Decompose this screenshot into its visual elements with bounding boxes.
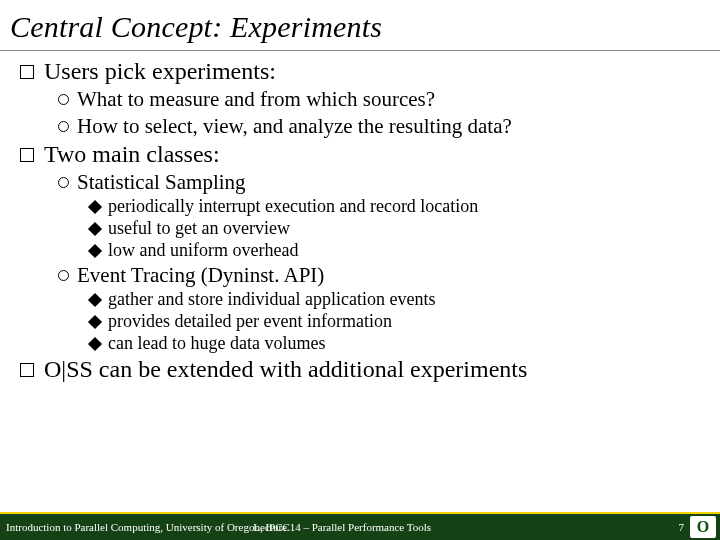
footer-left: Introduction to Parallel Computing, Univ… bbox=[0, 521, 290, 533]
circle-bullet-icon bbox=[58, 177, 69, 188]
slide: Central Concept: Experiments Users pick … bbox=[0, 0, 720, 540]
bullet-l3: gather and store individual application … bbox=[20, 289, 720, 310]
bullet-text: O|SS can be extended with additional exp… bbox=[44, 356, 527, 383]
footer-page-number: 7 bbox=[679, 521, 685, 533]
square-bullet-icon bbox=[20, 148, 34, 162]
diamond-bullet-icon bbox=[88, 293, 102, 307]
bullet-text: Event Tracing (Dyninst. API) bbox=[77, 263, 324, 288]
bullet-text: useful to get an overview bbox=[108, 218, 290, 239]
footer-center: Lecture 14 – Parallel Performance Tools bbox=[253, 521, 431, 533]
square-bullet-icon bbox=[20, 65, 34, 79]
bullet-l3: useful to get an overview bbox=[20, 218, 720, 239]
footer-stripe bbox=[0, 512, 720, 514]
circle-bullet-icon bbox=[58, 121, 69, 132]
bullet-text: What to measure and from which sources? bbox=[77, 87, 435, 112]
diamond-bullet-icon bbox=[88, 222, 102, 236]
bullet-text: low and uniform overhead bbox=[108, 240, 298, 261]
bullet-l3: periodically interrupt execution and rec… bbox=[20, 196, 720, 217]
bullet-l2: How to select, view, and analyze the res… bbox=[20, 114, 720, 139]
bullet-text: Statistical Sampling bbox=[77, 170, 246, 195]
uo-logo-o: O bbox=[697, 518, 709, 536]
bullet-l3: can lead to huge data volumes bbox=[20, 333, 720, 354]
bullet-l2: Statistical Sampling bbox=[20, 170, 720, 195]
bullet-l2: Event Tracing (Dyninst. API) bbox=[20, 263, 720, 288]
bullet-text: gather and store individual application … bbox=[108, 289, 435, 310]
square-bullet-icon bbox=[20, 363, 34, 377]
circle-bullet-icon bbox=[58, 94, 69, 105]
bullet-text: Users pick experiments: bbox=[44, 58, 276, 85]
bullet-l3: provides detailed per event information bbox=[20, 311, 720, 332]
circle-bullet-icon bbox=[58, 270, 69, 281]
slide-title: Central Concept: Experiments bbox=[0, 0, 720, 44]
slide-body: Users pick experiments: What to measure … bbox=[0, 44, 720, 383]
footer-bar: Introduction to Parallel Computing, Univ… bbox=[0, 514, 720, 540]
bullet-text: How to select, view, and analyze the res… bbox=[77, 114, 512, 139]
title-rule bbox=[0, 50, 720, 51]
bullet-text: can lead to huge data volumes bbox=[108, 333, 325, 354]
bullet-text: provides detailed per event information bbox=[108, 311, 392, 332]
bullet-text: Two main classes: bbox=[44, 141, 220, 168]
bullet-l2: What to measure and from which sources? bbox=[20, 87, 720, 112]
bullet-l3: low and uniform overhead bbox=[20, 240, 720, 261]
bullet-l1: Two main classes: bbox=[20, 141, 720, 168]
diamond-bullet-icon bbox=[88, 244, 102, 258]
bullet-l1: O|SS can be extended with additional exp… bbox=[20, 356, 720, 383]
uo-logo: O bbox=[690, 516, 716, 538]
diamond-bullet-icon bbox=[88, 337, 102, 351]
diamond-bullet-icon bbox=[88, 315, 102, 329]
bullet-l1: Users pick experiments: bbox=[20, 58, 720, 85]
bullet-text: periodically interrupt execution and rec… bbox=[108, 196, 478, 217]
diamond-bullet-icon bbox=[88, 200, 102, 214]
